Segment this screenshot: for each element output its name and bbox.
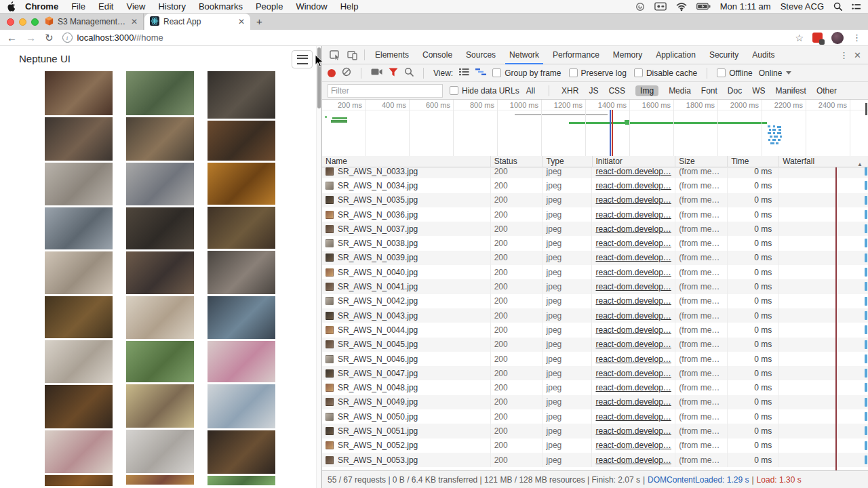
filter-type-font[interactable]: Font [701,86,717,96]
table-row[interactable]: SR_AWS_N_0035.jpg200jpegreact-dom.develo… [322,193,868,207]
extension-icon[interactable] [812,33,823,43]
disable-cache-checkbox[interactable]: Disable cache [634,68,697,78]
column-header-waterfall[interactable]: Waterfall▲ [779,156,868,167]
initiator-link[interactable]: react-dom.develop… [595,268,671,277]
menu-item-chrome[interactable]: Chrome [25,1,58,12]
column-header-size[interactable]: Size [675,156,728,167]
menu-user[interactable]: Steve ACG [781,1,824,12]
gallery-photo[interactable] [208,341,275,382]
gallery-photo[interactable] [208,296,275,339]
gallery-photo[interactable] [126,475,194,485]
gallery-photo[interactable] [45,251,113,294]
initiator-link[interactable]: react-dom.develop… [595,224,671,234]
filter-type-media[interactable]: Media [669,86,691,96]
network-overview-timeline[interactable]: 200 ms400 ms600 ms800 ms1000 ms1200 ms14… [322,100,868,157]
list-view-icon[interactable] [459,68,469,78]
initiator-link[interactable]: react-dom.develop… [595,369,671,378]
initiator-link[interactable]: react-dom.develop… [595,167,671,176]
gallery-photo[interactable] [208,476,275,485]
table-row[interactable]: SR_AWS_N_0040.jpg200jpegreact-dom.develo… [322,265,868,279]
initiator-link[interactable]: react-dom.develop… [595,325,671,335]
filter-type-js[interactable]: JS [589,86,598,96]
devtools-menu-icon[interactable]: ⋮ [840,50,848,60]
spotlight-search-icon[interactable] [833,2,842,11]
table-row[interactable]: SR_AWS_N_0049.jpg200jpegreact-dom.develo… [322,395,868,409]
initiator-link[interactable]: react-dom.develop… [595,441,671,450]
gallery-photo[interactable] [45,475,113,486]
gallery-photo[interactable] [208,251,275,294]
menu-item-view[interactable]: View [126,1,145,12]
table-row[interactable]: SR_AWS_N_0042.jpg200jpegreact-dom.develo… [322,294,868,308]
back-button[interactable]: ← [7,33,17,43]
table-row[interactable]: SR_AWS_N_0039.jpg200jpegreact-dom.develo… [322,251,868,265]
gallery-photo[interactable] [126,296,194,339]
swirl-icon[interactable] [635,2,645,12]
offline-checkbox[interactable]: Offline [717,68,752,78]
initiator-link[interactable]: react-dom.develop… [595,296,671,306]
forward-button[interactable]: → [26,33,36,43]
menu-clock[interactable]: Mon 1:11 am [720,1,771,12]
column-header-initiator[interactable]: Initiator [593,156,676,167]
timeline-scroll-handle[interactable] [865,103,867,115]
page-info-icon[interactable]: i [62,33,73,43]
gallery-photo[interactable] [208,384,275,428]
screen-record-icon[interactable] [654,2,667,11]
filter-type-xhr[interactable]: XHR [561,86,578,96]
menu-item-file[interactable]: File [71,1,85,12]
window-minimize-button[interactable] [19,18,26,26]
table-row[interactable]: SR_AWS_N_0034.jpg200jpegreact-dom.develo… [322,178,868,192]
menu-item-edit[interactable]: Edit [98,1,113,12]
tab-audits[interactable]: Audits [745,46,781,64]
tab-elements[interactable]: Elements [368,46,416,64]
initiator-link[interactable]: react-dom.develop… [595,195,671,205]
table-row[interactable]: SR_AWS_N_0041.jpg200jpegreact-dom.develo… [322,279,868,293]
initiator-link[interactable]: react-dom.develop… [595,181,671,190]
browser-tab-s3-console[interactable]: S3 Management Console ✕ [39,14,144,30]
gallery-photo[interactable] [126,384,194,428]
group-by-frame-checkbox[interactable]: Group by frame [492,68,561,78]
search-icon[interactable] [404,67,414,79]
menu-item-people[interactable]: People [256,1,283,12]
wifi-icon[interactable] [676,3,687,11]
waterfall-view-icon[interactable] [475,68,486,78]
gallery-photo[interactable] [126,251,194,294]
throttling-dropdown[interactable]: Online [759,68,792,78]
filter-type-img[interactable]: Img [635,85,658,96]
column-header-status[interactable]: Status [491,156,543,167]
initiator-link[interactable]: react-dom.develop… [595,210,671,220]
filter-type-css[interactable]: CSS [608,86,625,96]
window-close-button[interactable] [7,18,14,26]
table-row[interactable]: SR_AWS_N_0048.jpg200jpegreact-dom.develo… [322,380,868,394]
gallery-photo[interactable] [208,121,275,161]
filter-funnel-icon[interactable] [389,68,398,79]
bookmark-star-icon[interactable]: ☆ [795,33,804,43]
filter-type-all[interactable]: All [526,86,535,96]
gallery-photo[interactable] [208,71,275,119]
filter-input[interactable] [328,84,443,98]
gallery-photo[interactable] [126,163,194,205]
initiator-link[interactable]: react-dom.develop… [595,253,671,262]
gallery-photo[interactable] [45,117,113,161]
menu-item-window[interactable]: Window [296,1,327,12]
tab-console[interactable]: Console [416,46,459,64]
gallery-photo[interactable] [45,385,113,428]
gallery-photo[interactable] [208,430,275,474]
gallery-photo[interactable] [126,71,194,115]
hamburger-menu-button[interactable] [292,50,313,68]
column-header-name[interactable]: Name [322,156,491,167]
tab-memory[interactable]: Memory [606,46,649,64]
hide-data-urls-checkbox[interactable]: Hide data URLs [450,86,519,96]
initiator-link[interactable]: react-dom.develop… [595,354,671,364]
tab-close-icon[interactable]: ✕ [238,18,245,26]
filter-type-doc[interactable]: Doc [728,86,742,96]
address-bar[interactable]: i localhost:3000/#home [62,33,795,43]
new-tab-button[interactable]: + [256,16,262,27]
screenshot-capture-icon[interactable] [371,68,382,78]
initiator-link[interactable]: react-dom.develop… [595,282,671,291]
column-header-type[interactable]: Type [543,156,593,167]
initiator-link[interactable]: react-dom.develop… [595,455,671,465]
battery-icon[interactable] [696,3,711,10]
checkbox-icon[interactable] [450,86,458,95]
table-row[interactable]: SR_AWS_N_0046.jpg200jpegreact-dom.develo… [322,352,868,366]
initiator-link[interactable]: react-dom.develop… [595,383,671,392]
